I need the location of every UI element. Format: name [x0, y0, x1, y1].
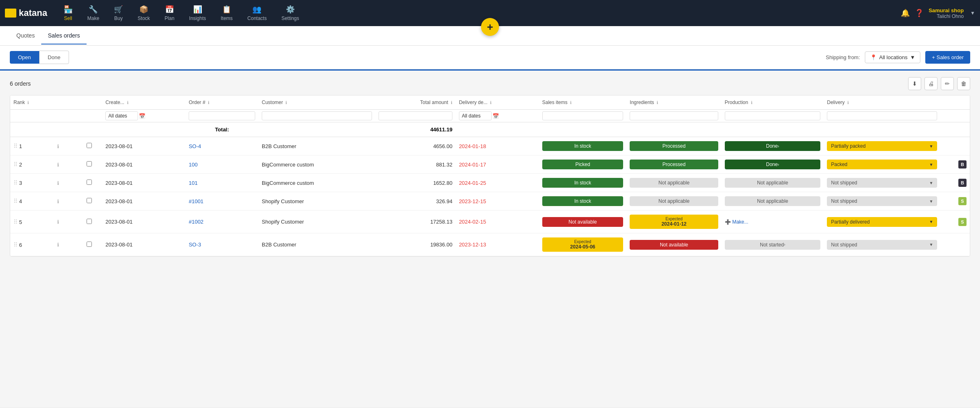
download-icon[interactable]: ⬇ — [908, 77, 921, 90]
cell-order-0: SO-4 — [185, 137, 258, 155]
drag-handle-0[interactable]: ⠿ — [13, 143, 18, 149]
nav-item-sell[interactable]: 🏪 Sell — [57, 2, 79, 24]
production-badge-0: Done › — [725, 141, 820, 151]
print-icon[interactable]: 🖨 — [924, 77, 938, 90]
shop-dropdown-icon[interactable]: ▼ — [970, 10, 975, 16]
table-header-row: Rank ℹ Create... ℹ Order # ℹ Customer — [10, 95, 970, 110]
cell-order-1: 100 — [185, 155, 258, 174]
drag-handle-2[interactable]: ⠿ — [13, 180, 18, 186]
del-status-badge-5[interactable]: Not shipped ▼ — [827, 240, 937, 250]
cell-production-3: Not applicable — [722, 192, 824, 211]
th-actions — [940, 95, 970, 110]
cell-created-2: 2023-08-01 — [102, 174, 185, 192]
filter-delivery-input[interactable] — [459, 111, 492, 120]
cell-info-0: ℹ — [54, 137, 76, 155]
rank-value-5: 6 — [19, 242, 22, 248]
cell-rank-0: ⠿ 1 — [10, 137, 54, 155]
tab-sales-orders[interactable]: Sales orders — [41, 27, 87, 44]
production-info-icon[interactable]: ℹ — [751, 100, 753, 105]
drag-handle-4[interactable]: ⠿ — [13, 219, 18, 225]
shopify-icon-3: S — [958, 197, 967, 205]
edit-icon[interactable]: ✏ — [941, 77, 954, 90]
shipping-location-select[interactable]: 📍 All locations ▼ — [865, 51, 920, 63]
order-info-icon[interactable]: ℹ — [208, 100, 209, 105]
nav-item-insights[interactable]: 📊 Insights — [183, 2, 212, 24]
info-icon-1[interactable]: ℹ — [57, 162, 59, 168]
th-delivery-date: Delivery de... ℹ — [456, 95, 539, 110]
order-link-1[interactable]: 100 — [189, 162, 198, 168]
rank-info-icon[interactable]: ℹ — [27, 100, 29, 105]
nav-item-items[interactable]: 📋 Items — [214, 2, 239, 24]
calendar-icon[interactable]: 📅 — [139, 113, 145, 119]
nav-item-buy[interactable]: 🛒 Buy — [107, 2, 129, 24]
nav-item-settings[interactable]: ⚙️ Settings — [275, 2, 305, 24]
help-icon[interactable]: ❓ — [915, 9, 924, 18]
add-button-circle[interactable]: + — [481, 18, 499, 36]
order-link-4[interactable]: #1002 — [189, 219, 203, 225]
make-button-4[interactable]: ➕ Make... — [725, 219, 748, 225]
del-status-badge-3[interactable]: Not shipped ▼ — [827, 196, 937, 206]
info-icon-3[interactable]: ℹ — [57, 199, 59, 204]
sales-items-badge-1: Picked — [542, 160, 624, 169]
filter-created-input[interactable] — [105, 111, 138, 120]
row-checkbox-4[interactable] — [87, 219, 92, 224]
filter-total-input[interactable] — [379, 111, 452, 120]
filter-del-status-input[interactable] — [827, 111, 937, 120]
filter-ingredients-input[interactable] — [630, 111, 718, 120]
row-checkbox-1[interactable] — [87, 161, 92, 166]
del-status-info-icon[interactable]: ℹ — [847, 100, 849, 105]
del-status-badge-2[interactable]: Not shipped ▼ — [827, 178, 937, 188]
order-link-5[interactable]: SO-3 — [189, 242, 201, 248]
done-button[interactable]: Done — [39, 51, 69, 64]
order-link-0[interactable]: SO-4 — [189, 143, 201, 149]
info-icon-2[interactable]: ℹ — [57, 180, 59, 186]
nav-item-stock[interactable]: 📦 Stock — [131, 2, 156, 24]
order-link-3[interactable]: #1001 — [189, 198, 203, 204]
del-status-badge-1[interactable]: Packed ▼ — [827, 160, 937, 169]
open-button[interactable]: Open — [10, 51, 39, 64]
nav-item-make[interactable]: 🔧 Make — [81, 2, 106, 24]
drag-handle-3[interactable]: ⠿ — [13, 198, 18, 204]
cell-row-icon-3: S — [940, 192, 970, 211]
filter-production-input[interactable] — [725, 111, 820, 120]
tab-quotes[interactable]: Quotes — [10, 27, 41, 44]
filter-customer-input[interactable] — [262, 111, 372, 120]
cell-info-1: ℹ — [54, 155, 76, 174]
calendar2-icon[interactable]: 📅 — [492, 113, 499, 119]
nav-item-contacts[interactable]: 👥 Contacts — [241, 2, 273, 24]
bigcommerce-icon-1: B — [958, 160, 967, 169]
info-icon-5[interactable]: ℹ — [57, 242, 59, 248]
delete-icon[interactable]: 🗑 — [957, 77, 970, 90]
info-icon-4[interactable]: ℹ — [57, 219, 59, 225]
delivery-date-info-icon[interactable]: ℹ — [490, 100, 492, 105]
cell-del-status-0: Partially packed ▼ — [824, 137, 940, 155]
info-icon-0[interactable]: ℹ — [57, 144, 59, 149]
customer-info-icon[interactable]: ℹ — [285, 100, 287, 105]
logo[interactable]: katana — [5, 8, 47, 18]
cell-delivery-date-5: 2023-12-13 — [456, 233, 539, 256]
cell-rank-3: ⠿ 4 — [10, 192, 54, 211]
filter-order-input[interactable] — [189, 111, 255, 120]
drag-handle-1[interactable]: ⠿ — [13, 161, 18, 168]
cell-delivery-date-3: 2023-12-15 — [456, 192, 539, 211]
del-status-badge-0[interactable]: Partially packed ▼ — [827, 141, 937, 151]
row-checkbox-0[interactable] — [87, 143, 92, 148]
new-sales-order-button[interactable]: + Sales order — [925, 51, 970, 64]
nav-item-plan[interactable]: 📅 Plan — [158, 2, 181, 24]
production-badge-2: Not applicable — [725, 178, 820, 188]
del-status-text-1: Packed — [831, 162, 847, 167]
ingredients-info-icon[interactable]: ℹ — [657, 100, 658, 105]
row-checkbox-2[interactable] — [87, 180, 92, 185]
created-info-icon[interactable]: ℹ — [127, 100, 129, 105]
bell-icon[interactable]: 🔔 — [901, 9, 910, 18]
row-checkbox-3[interactable] — [87, 198, 92, 203]
row-checkbox-5[interactable] — [87, 242, 92, 247]
total-info-icon[interactable]: ℹ — [451, 100, 452, 105]
filter-sales-input[interactable] — [542, 111, 624, 120]
drag-handle-5[interactable]: ⠿ — [13, 242, 18, 248]
sales-info-icon[interactable]: ℹ — [570, 100, 572, 105]
filter-customer — [258, 110, 375, 122]
order-link-2[interactable]: 101 — [189, 180, 198, 186]
shop-info[interactable]: Samurai shop Taiichi Ohno — [929, 7, 964, 19]
del-status-badge-4[interactable]: Partially delivered ▼ — [827, 217, 937, 227]
